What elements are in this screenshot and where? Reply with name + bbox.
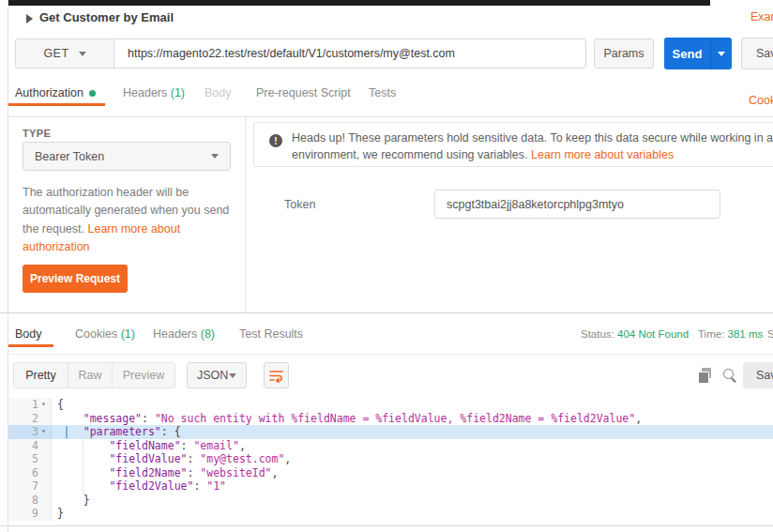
chevron-down-icon — [211, 154, 219, 159]
code-text: } — [52, 507, 64, 521]
code-line: 4 "fieldName": "email", — [8, 439, 773, 453]
line-number: 9 — [32, 507, 38, 521]
auth-type-select[interactable]: Bearer Token — [23, 142, 231, 171]
save-response-button[interactable]: Save — [743, 362, 773, 388]
tab-response-headers[interactable]: Headers (8) — [153, 327, 215, 341]
code-text: "fieldValue": "my@test.com", — [52, 452, 291, 466]
code-text: "field2Value": "1" — [52, 479, 226, 494]
pretty-button[interactable]: Pretty — [14, 363, 68, 388]
auth-description: The authorization header will be automat… — [23, 184, 242, 257]
search-icon[interactable] — [722, 368, 737, 383]
warning-icon: ! — [269, 134, 282, 147]
line-number: 5 — [32, 452, 38, 466]
learn-more-variables-link[interactable]: Learn more about variables — [531, 148, 674, 161]
code-line: 5 "fieldValue": "my@test.com", — [8, 452, 773, 466]
copy-icon[interactable] — [698, 368, 713, 383]
response-tabs-border — [8, 354, 773, 355]
response-size: Size: — [767, 328, 773, 340]
fold-caret-icon[interactable]: ▾ — [38, 425, 49, 439]
sidebar-edge — [0, 0, 8, 532]
cookies-link[interactable]: Cookies — [749, 94, 773, 107]
line-number: 6 — [32, 466, 38, 480]
examples-link[interactable]: Examples — [750, 10, 773, 23]
tab-pre-request-script[interactable]: Pre-request Script — [256, 86, 351, 99]
request-tabs: Authorization Headers (1) Body Pre-reque… — [8, 77, 773, 117]
response-time: Time: 381 ms — [698, 328, 763, 340]
panel-divider — [245, 117, 246, 312]
wrap-lines-icon — [268, 369, 284, 383]
params-button[interactable]: Params — [594, 38, 654, 68]
code-line: 6 "field2Name": "websiteId", — [8, 466, 773, 480]
token-input[interactable]: scpgt3tbai2jj8a8ketorcphlpg3mtyo — [434, 190, 720, 219]
warning-text: Heads up! These parameters hold sensitiv… — [292, 129, 773, 163]
line-number: 1 — [32, 398, 38, 412]
sensitive-data-warning: ! Heads up! These parameters hold sensit… — [253, 122, 773, 167]
cookies-count: (1) — [121, 327, 135, 341]
disclosure-triangle-icon[interactable] — [26, 14, 33, 23]
viewer-bottom-border — [0, 525, 773, 526]
wrap-lines-button[interactable] — [264, 362, 289, 388]
chevron-down-icon — [229, 373, 236, 378]
code-text: { — [52, 398, 64, 412]
view-mode-switch: Pretty Raw Preview — [13, 362, 175, 388]
method-dropdown[interactable]: GET — [16, 39, 114, 68]
headers-count: (1) — [171, 86, 185, 99]
tab-tests[interactable]: Tests — [369, 86, 396, 99]
url-input[interactable]: https://magento22.test/rest/default/V1/c… — [114, 39, 585, 68]
time-value: 381 ms — [728, 328, 764, 340]
response-tabs: Body Cookies (1) Headers (8) Test Result… — [8, 313, 773, 349]
code-line: 1▾{ — [8, 398, 773, 412]
code-line: 8 } — [8, 494, 773, 508]
response-headers-count: (8) — [201, 327, 215, 341]
line-number: 8 — [32, 494, 38, 508]
request-title-row: Get Customer by Email Examples — [8, 6, 773, 34]
code-line: 3▾ "parameters": { — [8, 425, 773, 439]
fold-caret-icon[interactable]: ▾ — [38, 398, 49, 412]
token-label: Token — [284, 198, 315, 211]
tab-authorization[interactable]: Authorization — [15, 86, 96, 99]
tab-response-body[interactable]: Body — [15, 327, 42, 341]
line-number: 4 — [32, 439, 38, 453]
chevron-down-icon — [79, 52, 86, 56]
tab-headers[interactable]: Headers (1) — [123, 86, 185, 99]
tab-body[interactable]: Body — [205, 86, 232, 99]
preview-button[interactable]: Preview — [113, 363, 174, 388]
send-button[interactable]: Send — [664, 38, 732, 69]
line-number: 2 — [32, 412, 38, 426]
preview-request-button[interactable]: Preview Request — [23, 265, 128, 293]
indent-guide — [83, 439, 83, 494]
tab-response-cookies[interactable]: Cookies (1) — [75, 327, 135, 341]
raw-button[interactable]: Raw — [68, 363, 113, 388]
save-request-button[interactable]: Save — [741, 38, 773, 69]
code-text: } — [52, 494, 90, 508]
language-select[interactable]: JSON — [187, 362, 247, 388]
warning-line1: Heads up! These parameters hold sensitiv… — [292, 129, 773, 146]
code-line: 7 "field2Value": "1" — [8, 479, 773, 494]
code-text: "message": "No such entity with %fieldNa… — [52, 412, 642, 426]
method-label: GET — [43, 47, 68, 60]
code-text: "field2Name": "websiteId", — [52, 466, 278, 480]
postman-window: Get Customer by Email Examples GET https… — [0, 0, 773, 532]
token-value: scpgt3tbai2jj8a8ketorcphlpg3mtyo — [447, 198, 624, 211]
send-label: Send — [664, 38, 710, 69]
selection-indent-guide — [66, 426, 68, 438]
send-options-caret[interactable] — [710, 38, 732, 69]
status-value: 404 Not Found — [617, 328, 689, 340]
code-line: 9} — [8, 507, 773, 521]
tab-test-results[interactable]: Test Results — [239, 327, 303, 341]
chevron-down-icon — [718, 52, 725, 56]
line-number: 3 — [32, 425, 38, 439]
response-status: Status: 404 Not Found — [581, 328, 689, 340]
line-number: 7 — [32, 479, 38, 494]
request-title: Get Customer by Email — [39, 10, 174, 24]
code-text: "fieldName": "email", — [52, 439, 246, 453]
auth-active-dot — [89, 90, 96, 97]
type-label: TYPE — [23, 128, 51, 139]
auth-type-value: Bearer Token — [35, 150, 104, 163]
response-body-viewer[interactable]: 1▾{2 "message": "No such entity with %fi… — [8, 394, 773, 525]
active-response-tab-underline — [8, 344, 53, 347]
url-bar: GET https://magento22.test/rest/default/… — [15, 38, 586, 68]
active-tab-underline — [8, 103, 105, 106]
code-text: "parameters": { — [52, 425, 181, 439]
code-line: 2 "message": "No such entity with %field… — [8, 412, 773, 426]
